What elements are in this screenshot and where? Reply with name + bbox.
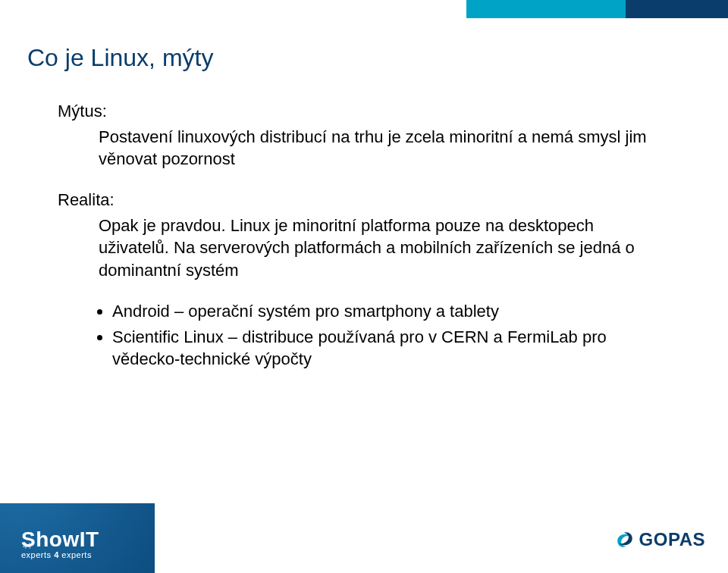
myth-label: Mýtus: bbox=[58, 100, 664, 123]
accent-bar-cyan bbox=[466, 0, 626, 18]
slide-title: Co je Linux, mýty bbox=[27, 44, 213, 72]
accent-bar-blue bbox=[626, 0, 728, 18]
footer: 44 ShowIT experts 4 experts GOPAS bbox=[0, 503, 728, 573]
page-number: 44 bbox=[23, 542, 31, 550]
gopas-logo: GOPAS bbox=[615, 529, 705, 550]
showit-tag-prefix: experts bbox=[21, 550, 54, 559]
reality-label: Realita: bbox=[58, 189, 664, 211]
reality-text: Opak je pravdou. Linux je minoritní plat… bbox=[99, 214, 664, 282]
swoosh-icon bbox=[615, 530, 635, 550]
showit-logo-text: ShowIT bbox=[21, 528, 127, 552]
list-item: Scientific Linux – distribuce používaná … bbox=[112, 326, 664, 371]
list-item: Android – operační systém pro smartphony… bbox=[112, 300, 664, 323]
showit-tag-mid: 4 bbox=[54, 550, 59, 559]
slide-content: Mýtus: Postavení linuxových distribucí n… bbox=[58, 100, 664, 374]
bullet-list: Android – operační systém pro smartphony… bbox=[99, 300, 664, 371]
showit-tag-suffix: experts bbox=[59, 550, 92, 559]
top-accent-bar bbox=[466, 0, 728, 18]
showit-logo: ShowIT experts 4 experts bbox=[21, 528, 127, 559]
gopas-logo-text: GOPAS bbox=[639, 529, 705, 550]
myth-text: Postavení linuxových distribucí na trhu … bbox=[99, 126, 664, 171]
showit-tagline: experts 4 experts bbox=[21, 550, 127, 559]
